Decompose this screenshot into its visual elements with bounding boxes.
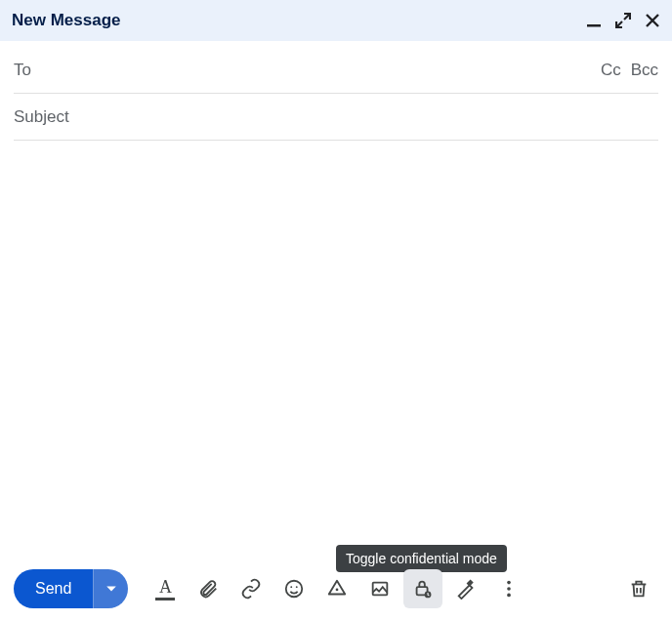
insert-image-button[interactable] <box>360 569 399 608</box>
minimize-icon[interactable] <box>586 13 602 28</box>
insert-drive-button[interactable] <box>317 569 357 608</box>
svg-rect-0 <box>587 24 601 27</box>
signature-icon <box>455 578 477 600</box>
more-icon <box>498 578 520 600</box>
svg-point-1 <box>286 581 303 598</box>
subject-placeholder: Subject <box>14 107 69 127</box>
svg-point-10 <box>508 594 512 598</box>
drive-icon <box>326 578 348 600</box>
insert-emoji-button[interactable] <box>274 569 314 608</box>
format-icon: A <box>155 578 175 600</box>
svg-point-9 <box>508 587 512 591</box>
insert-signature-button[interactable] <box>446 569 485 608</box>
confidential-mode-button[interactable] <box>403 569 442 608</box>
emoji-icon <box>283 578 305 600</box>
svg-point-2 <box>291 586 293 588</box>
bcc-button[interactable]: Bcc <box>631 61 658 80</box>
confidential-tooltip: Toggle confidential mode <box>336 545 507 572</box>
discard-draft-button[interactable] <box>619 569 658 608</box>
header-actions <box>586 13 660 28</box>
attach-icon <box>197 578 219 600</box>
send-group: Send <box>14 569 128 608</box>
confidential-mode-icon <box>412 578 434 600</box>
to-field-row[interactable]: To Cc Bcc <box>14 47 658 94</box>
image-icon <box>369 578 391 600</box>
attach-file-button[interactable] <box>189 569 228 608</box>
compose-title: New Message <box>12 11 586 30</box>
more-options-button[interactable] <box>489 569 528 608</box>
svg-point-8 <box>508 581 512 585</box>
format-text-button[interactable]: A <box>146 569 185 608</box>
svg-point-4 <box>336 589 339 592</box>
send-button[interactable]: Send <box>14 569 93 608</box>
expand-icon[interactable] <box>615 13 631 28</box>
subject-field-row[interactable]: Subject <box>14 94 658 141</box>
insert-link-button[interactable] <box>231 569 271 608</box>
to-placeholder: To <box>14 61 31 80</box>
cc-button[interactable]: Cc <box>601 61 621 80</box>
close-icon[interactable] <box>645 13 660 28</box>
message-body[interactable] <box>0 141 672 557</box>
trash-icon <box>628 578 650 600</box>
compose-header: New Message <box>0 0 672 41</box>
link-icon <box>240 578 262 600</box>
fields: To Cc Bcc Subject <box>0 41 672 141</box>
svg-point-3 <box>296 586 298 588</box>
send-options-button[interactable] <box>93 569 128 608</box>
compose-window: New Message To Cc Bcc Subje <box>0 0 672 621</box>
